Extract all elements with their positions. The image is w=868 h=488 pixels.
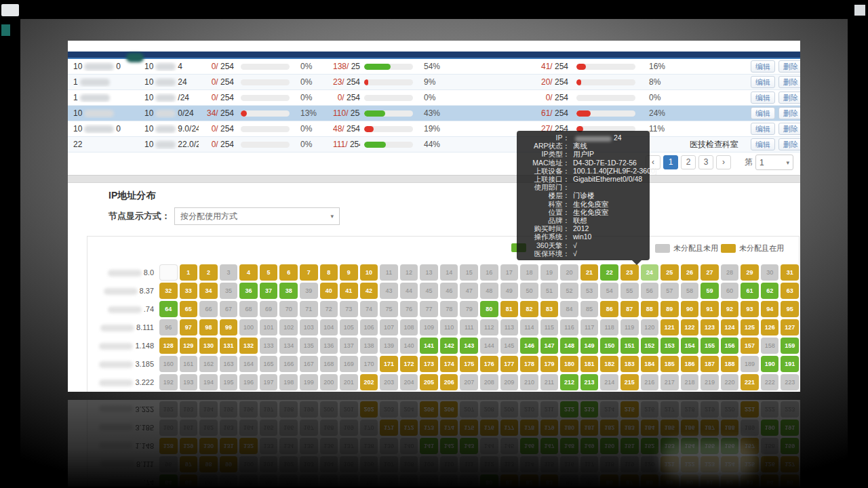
ip-cell[interactable]: 119 — [620, 319, 639, 336]
ip-cell[interactable]: 152 — [641, 338, 659, 354]
ip-cell[interactable]: 91 — [701, 301, 719, 317]
delete-button[interactable]: 删除 — [778, 123, 800, 135]
ip-cell[interactable]: 65 — [180, 301, 198, 317]
ip-cell[interactable]: 66 — [199, 301, 218, 317]
ip-cell[interactable]: 31 — [781, 264, 799, 281]
ip-cell[interactable]: 56 — [641, 283, 659, 299]
ip-cell[interactable]: 51 — [540, 283, 559, 299]
ip-cell[interactable]: 142 — [440, 338, 458, 354]
ip-cell[interactable]: 134 — [279, 338, 298, 354]
delete-button[interactable]: 删除 — [778, 60, 800, 73]
ip-cell[interactable]: 116 — [560, 319, 578, 336]
ip-cell[interactable]: 167 — [300, 356, 318, 372]
ip-cell[interactable]: 150 — [600, 338, 618, 354]
ip-cell[interactable]: 171 — [380, 356, 398, 372]
ip-cell[interactable]: 177 — [500, 356, 519, 372]
ip-cell[interactable]: 182 — [600, 356, 618, 372]
ip-cell[interactable]: 105 — [340, 319, 358, 336]
ip-cell[interactable]: 214 — [600, 374, 618, 390]
ip-cell[interactable]: 192 — [159, 374, 178, 390]
ip-cell[interactable]: 120 — [641, 319, 659, 336]
ip-cell[interactable]: 209 — [500, 374, 519, 390]
ip-cell[interactable]: 76 — [400, 301, 418, 317]
ip-cell[interactable]: 213 — [580, 374, 599, 390]
ip-cell[interactable]: 14 — [440, 264, 458, 281]
ip-cell[interactable]: 111 — [460, 319, 478, 336]
delete-button[interactable]: 删除 — [778, 76, 800, 88]
ip-cell[interactable]: 100 — [239, 319, 258, 336]
ip-cell[interactable] — [159, 264, 178, 281]
ip-cell[interactable]: 183 — [620, 356, 639, 372]
ip-cell[interactable]: 77 — [420, 301, 438, 317]
edit-button[interactable]: 编辑 — [751, 76, 775, 88]
ip-cell[interactable]: 144 — [480, 338, 498, 354]
ip-cell[interactable]: 146 — [520, 338, 538, 354]
ip-cell[interactable]: 158 — [761, 338, 779, 354]
ip-cell[interactable]: 54 — [600, 283, 618, 299]
ip-cell[interactable]: 189 — [741, 356, 759, 372]
ip-cell[interactable]: 44 — [400, 283, 418, 299]
ip-cell[interactable]: 60 — [721, 283, 739, 299]
ip-cell[interactable]: 208 — [480, 374, 498, 390]
ip-cell[interactable]: 16 — [480, 264, 498, 281]
ip-cell[interactable]: 198 — [279, 374, 298, 390]
ip-cell[interactable]: 221 — [741, 374, 759, 390]
ip-cell[interactable]: 207 — [460, 374, 478, 390]
ip-cell[interactable]: 17 — [500, 264, 519, 281]
ip-cell[interactable]: 203 — [380, 374, 398, 390]
ip-cell[interactable]: 218 — [681, 374, 699, 390]
ip-cell[interactable]: 115 — [540, 319, 559, 336]
ip-cell[interactable]: 75 — [380, 301, 398, 317]
ip-cell[interactable]: 215 — [620, 374, 639, 390]
ip-cell[interactable]: 35 — [220, 283, 238, 299]
ip-cell[interactable]: 104 — [320, 319, 338, 336]
ip-cell[interactable]: 201 — [340, 374, 358, 390]
ip-cell[interactable]: 99 — [220, 319, 238, 336]
ip-cell[interactable]: 178 — [520, 356, 538, 372]
ip-cell[interactable]: 34 — [199, 283, 218, 299]
ip-cell[interactable]: 172 — [400, 356, 418, 372]
ip-cell[interactable]: 132 — [239, 338, 258, 354]
table-row[interactable]: 221022.0/240/ 2540%111/ 25444%医技检查科室编辑删除… — [68, 137, 800, 152]
ip-cell[interactable]: 122 — [681, 319, 699, 336]
ip-cell[interactable]: 82 — [520, 301, 538, 317]
ip-cell[interactable]: 22 — [600, 264, 618, 281]
ip-cell[interactable]: 15 — [460, 264, 478, 281]
ip-cell[interactable]: 42 — [360, 283, 378, 299]
ip-cell[interactable]: 90 — [681, 301, 699, 317]
ip-cell[interactable]: 139 — [380, 338, 398, 354]
ip-cell[interactable]: 47 — [460, 283, 478, 299]
ip-cell[interactable]: 110 — [440, 319, 458, 336]
ip-cell[interactable]: 95 — [781, 301, 799, 317]
ip-cell[interactable]: 141 — [420, 338, 438, 354]
ip-cell[interactable]: 127 — [781, 319, 799, 336]
ip-cell[interactable]: 67 — [220, 301, 238, 317]
ip-cell[interactable]: 128 — [159, 338, 178, 354]
page-button[interactable]: 2 — [681, 155, 696, 169]
ip-cell[interactable]: 88 — [641, 301, 659, 317]
ip-cell[interactable]: 186 — [681, 356, 699, 372]
ip-cell[interactable]: 74 — [360, 301, 378, 317]
table-row[interactable]: 100109.0/240/ 2540%48/ 25419%27/ 25411%编… — [68, 121, 800, 137]
table-row[interactable]: 110240/ 2540%23/ 2549%20/ 2548%编辑删除当前异常 — [68, 75, 800, 90]
ip-cell[interactable]: 162 — [199, 356, 218, 372]
ip-cell[interactable]: 131 — [220, 338, 238, 354]
ip-cell[interactable]: 154 — [681, 338, 699, 354]
page-button[interactable]: 1 — [663, 155, 678, 169]
ip-cell[interactable]: 18 — [520, 264, 538, 281]
ip-cell[interactable]: 41 — [340, 283, 358, 299]
ip-cell[interactable]: 50 — [520, 283, 538, 299]
edit-button[interactable]: 编辑 — [751, 138, 775, 150]
ip-cell[interactable]: 124 — [721, 319, 739, 336]
ip-cell[interactable]: 7 — [300, 264, 318, 281]
edit-button[interactable]: 编辑 — [751, 123, 775, 135]
ip-cell[interactable]: 5 — [260, 264, 278, 281]
ip-cell[interactable]: 185 — [660, 356, 679, 372]
ip-cell[interactable]: 156 — [721, 338, 739, 354]
ip-cell[interactable]: 164 — [239, 356, 258, 372]
ip-cell[interactable]: 206 — [440, 374, 458, 390]
ip-cell[interactable]: 217 — [660, 374, 679, 390]
ip-cell[interactable]: 94 — [761, 301, 779, 317]
ip-cell[interactable]: 108 — [400, 319, 418, 336]
ip-cell[interactable]: 216 — [641, 374, 659, 390]
